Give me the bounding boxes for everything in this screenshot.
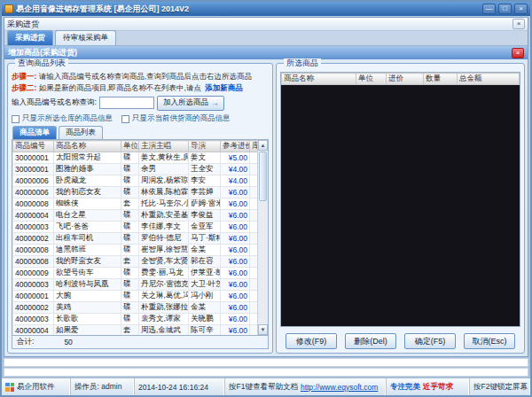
- table-cell: 40000003: [13, 279, 54, 291]
- table-cell: 欲望号街车: [54, 268, 121, 279]
- table-row[interactable]: 40000002出租车司机碟罗伯特·德尼马丁·斯科¥6.00: [13, 233, 268, 245]
- product-column-header[interactable]: 单位: [121, 141, 139, 152]
- table-cell: 裴秀文,谭家: [139, 314, 189, 325]
- scroll-up-icon[interactable]: ▲: [258, 140, 268, 151]
- warehouse-filter-label: 只显示所选仓库的商品信息: [22, 113, 113, 124]
- table-row[interactable]: 40000002美鸡碟朴重勋,张娜拉金某¥6.00: [13, 302, 268, 314]
- table-cell: 套: [121, 325, 139, 337]
- table-cell: 40000006: [13, 187, 54, 198]
- table-cell: 40000003: [13, 222, 54, 233]
- table-cell: 伊莱亚·凯: [189, 268, 221, 279]
- product-column-header[interactable]: 导演: [189, 141, 221, 152]
- table-row[interactable]: 40000003哈利波特与凤凰碟丹尼尔·雷德克大卫·叶茨¥6.00: [13, 279, 268, 291]
- delete-button[interactable]: 删除(Del): [345, 333, 396, 349]
- minimize-button[interactable]: —: [482, 4, 496, 14]
- table-cell: 30000001: [13, 152, 54, 164]
- scrollbar-thumb[interactable]: [259, 152, 267, 201]
- step1-body: 请输入商品编号或名称查询商品,查询到商品后点击右边所选商品: [39, 72, 252, 81]
- selected-grid-head-row: 商品名称单位进价数量总金额: [282, 74, 520, 85]
- table-cell: 太阳照常升起: [54, 152, 121, 164]
- table-row[interactable]: 40000003飞吧·爸爸碟李佳娜,李文金亚军¥6.00: [13, 222, 268, 233]
- close-button[interactable]: ×: [514, 4, 528, 14]
- selected-grid-empty-area[interactable]: [281, 85, 520, 326]
- product-column-header[interactable]: 参考进价: [221, 141, 250, 152]
- table-row[interactable]: 40000004如果爱套周迅,金城武陈可辛¥6.00: [13, 325, 268, 337]
- selected-column-header[interactable]: 总金额: [458, 74, 520, 85]
- warehouse-filter-checkbox[interactable]: 只显示所选仓库的商品信息: [12, 113, 113, 124]
- table-cell: ¥6.00: [221, 279, 250, 291]
- table-cell: 王全安: [189, 164, 221, 175]
- table-row[interactable]: 40000009欲望号街车碟费雯·丽,马龙伊莱亚·凯¥6.00: [13, 268, 268, 279]
- scroll-down-icon[interactable]: ▼: [258, 324, 268, 335]
- supplier-filter-checkbox[interactable]: 只显示当前供货商的商品信息: [121, 113, 231, 124]
- table-row[interactable]: 40000004电台之星碟朴重勋,安圣基李俊益¥6.00: [13, 210, 268, 222]
- table-cell: 迪黑韩班: [54, 245, 121, 256]
- table-cell: 我的野蛮女友: [54, 256, 121, 268]
- table-row[interactable]: 40000006卧虎藏龙碟周润发,杨紫琼李安¥4.0011: [13, 175, 268, 187]
- arrow-right-icon: →: [211, 98, 219, 107]
- table-row[interactable]: 30000001图雅的婚事碟余男王全安¥4.00: [13, 164, 268, 175]
- table-row[interactable]: 40000008我的野蛮女友套全智贤,车太贤郭在容¥6.00: [13, 256, 268, 268]
- scrollbar-track[interactable]: [258, 202, 268, 324]
- confirm-button[interactable]: 确定(F5): [404, 333, 456, 349]
- selected-column-header[interactable]: 数量: [424, 74, 458, 85]
- vertical-scrollbar[interactable]: ▲ ▼: [257, 140, 268, 335]
- table-cell: 冯小刚: [189, 291, 221, 302]
- table-row[interactable]: 30000001太阳照常升起碟姜文,黄秋生,房姜文¥5.0017: [13, 152, 268, 164]
- table-cell: ¥6.00: [221, 187, 250, 198]
- form-content: 查询商品列表 步骤一: 请输入商品编号或名称查询商品,查询到商品后点击右边所选商…: [4, 59, 528, 356]
- app-window: 易企用音像进销存管理系统 [易企用公司] 2014V2 — □ × 采购进货 ×…: [0, 0, 532, 397]
- tab-child-1[interactable]: 待审核采购单: [55, 30, 116, 45]
- product-column-header[interactable]: 商品编号: [13, 141, 54, 152]
- table-cell: ¥6.00: [221, 222, 250, 233]
- table-cell: 40000003: [13, 314, 54, 325]
- modify-button[interactable]: 修改(F9): [286, 333, 337, 349]
- product-grid: 商品编号商品名称单位主演主唱导演参考进价库存数 30000001太阳照常升起碟姜…: [12, 139, 269, 336]
- tab-list-1[interactable]: 商品列表: [59, 126, 103, 139]
- table-cell: 40000009: [13, 268, 54, 279]
- table-cell: 金某: [189, 245, 221, 256]
- table-row[interactable]: 40000008蜘蛛侠套托比·马奎尔,小萨姆·雷米¥6.00: [13, 198, 268, 210]
- table-cell: ¥6.00: [221, 245, 250, 256]
- child-close-icon[interactable]: ×: [512, 19, 525, 29]
- status-help-cell: 按F1键查看帮助文档 http://www.eqysoft.com: [225, 378, 387, 395]
- table-cell: 周润发,杨紫琼: [139, 175, 189, 187]
- table-row[interactable]: 40000003长歌歌碟裴秀文,谭家关晓鹏¥6.00: [13, 314, 268, 325]
- table-cell: 40000008: [13, 256, 54, 268]
- table-cell: ¥6.00: [221, 291, 250, 302]
- table-cell: 萨姆·雷米: [189, 198, 221, 210]
- table-cell: 碟: [121, 210, 139, 222]
- table-cell: 30000001: [13, 164, 54, 175]
- tab-list-0[interactable]: 商品清单: [12, 126, 57, 139]
- maximize-button[interactable]: □: [498, 4, 512, 14]
- table-cell: 40000008: [13, 198, 54, 210]
- table-row[interactable]: 40000008迪黑韩班碟崔智厚,徐智慧金某¥6.00: [13, 245, 268, 256]
- tab-child-0[interactable]: 采购进货: [7, 30, 53, 45]
- selected-column-header[interactable]: 单位: [356, 74, 387, 85]
- search-row: 输入商品编号或名称查询: 加入所选商品 →: [12, 94, 269, 112]
- product-column-header[interactable]: 主演主唱: [139, 141, 189, 152]
- table-cell: 我的初恋女友: [54, 187, 121, 198]
- table-cell: ¥4.00: [221, 164, 250, 175]
- selected-column-header[interactable]: 商品名称: [282, 74, 356, 85]
- table-cell: 托比·马奎尔,小: [139, 198, 189, 210]
- help-url-link[interactable]: http://www.eqysoft.com: [301, 383, 378, 392]
- table-cell: 40000002: [13, 233, 54, 245]
- status-lock-cell: 按F2键锁定屏幕 ◢: [470, 378, 530, 395]
- app-icon: [4, 4, 13, 13]
- add-new-product-link[interactable]: 添加新商品: [205, 83, 243, 92]
- product-column-header[interactable]: 商品名称: [54, 141, 121, 152]
- add-to-selected-button[interactable]: 加入所选商品 →: [157, 96, 225, 111]
- table-row[interactable]: 40000006我的初恋女友碟林依晨,陈柏霖李芸婵¥6.00: [13, 187, 268, 198]
- table-row[interactable]: 40000001大腕碟关之琳,葛优,冯冯小刚¥6.00: [13, 291, 268, 302]
- status-operator-cell: 操作员: admin: [71, 378, 135, 395]
- table-cell: 李安: [189, 175, 221, 187]
- add-to-selected-label: 加入所选商品: [163, 97, 208, 108]
- search-input[interactable]: [99, 97, 154, 109]
- selected-column-header[interactable]: 进价: [387, 74, 424, 85]
- table-cell: 哈利波特与凤凰: [54, 279, 121, 291]
- cancel-button[interactable]: 取消(Esc): [464, 333, 515, 349]
- table-cell: 碟: [121, 245, 139, 256]
- form-close-icon[interactable]: ×: [512, 48, 524, 58]
- total-label: 合计:: [17, 337, 34, 347]
